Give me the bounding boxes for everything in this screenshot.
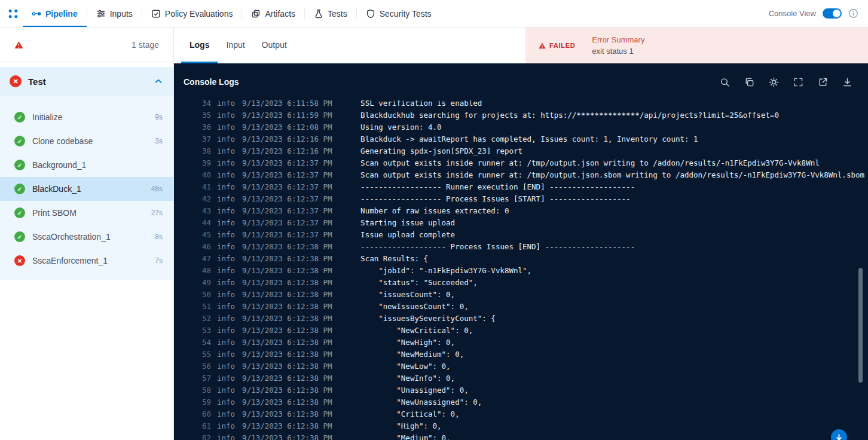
nav-tab-pipeline[interactable]: Pipeline bbox=[23, 0, 87, 27]
log-message: Using version: 4.0 bbox=[360, 121, 441, 133]
log-message: Scan output exists inside runner at: /tm… bbox=[360, 157, 820, 169]
nav-tab-inputs[interactable]: Inputs bbox=[87, 0, 142, 27]
step-row-background-1[interactable]: ✓Background_1 bbox=[0, 153, 173, 177]
log-message: ------------------ Runner execution [END… bbox=[360, 181, 635, 193]
log-line-number: 41 bbox=[174, 181, 211, 193]
log-timestamp: 9/13/2023 6:12:38 PM bbox=[242, 289, 332, 301]
log-level: info bbox=[217, 100, 235, 109]
log-line: 60info9/13/2023 6:12:38 PM "Critical": 0… bbox=[174, 408, 868, 420]
log-line: 42info9/13/2023 6:12:37 PM--------------… bbox=[174, 193, 868, 205]
console-view-toggle[interactable] bbox=[823, 8, 842, 19]
log-message: "status": "Succeeded", bbox=[360, 277, 478, 289]
nav-tab-policy-evaluations[interactable]: Policy Evaluations bbox=[142, 0, 242, 27]
console-toolbar bbox=[720, 77, 852, 87]
log-timestamp: 9/13/2023 6:12:37 PM bbox=[242, 169, 332, 181]
log-line: 54info9/13/2023 6:12:38 PM "NewHigh": 0, bbox=[174, 337, 868, 349]
step-row-sscaorchestration-1[interactable]: ✓SscaOrchestration_18s bbox=[0, 225, 173, 249]
log-timestamp: 9/13/2023 6:12:38 PM bbox=[242, 301, 332, 313]
log-line-number: 46 bbox=[174, 241, 211, 253]
scrollbar-thumb[interactable] bbox=[858, 268, 863, 383]
log-line-number: 53 bbox=[174, 325, 211, 337]
log-message: "issuesBySeverityCount": { bbox=[360, 313, 496, 325]
settings-icon[interactable] bbox=[769, 77, 779, 87]
nav-tab-label: Inputs bbox=[110, 9, 133, 19]
log-line-number: 50 bbox=[174, 289, 211, 301]
log-line: 45info9/13/2023 6:12:37 PMIssue upload c… bbox=[174, 229, 868, 241]
step-row-clone-codebase[interactable]: ✓Clone codebase3s bbox=[0, 129, 173, 153]
step-duration: 8s bbox=[155, 233, 163, 241]
log-message: "issuesCount": 0, bbox=[360, 289, 455, 301]
log-message: "jobId": "-n1FkEpdiw3Y7G-Vvk8Wnl", bbox=[360, 265, 531, 277]
log-line: 34info9/13/2023 6:11:58 PMSSL verificati… bbox=[174, 100, 868, 109]
copy-icon[interactable] bbox=[744, 77, 754, 87]
step-row-initialize[interactable]: ✓Initialize9s bbox=[0, 105, 173, 129]
tests-icon bbox=[314, 9, 323, 19]
log-level: info bbox=[217, 313, 235, 325]
log-timestamp: 9/13/2023 6:12:38 PM bbox=[242, 265, 332, 277]
failed-icon: ✕ bbox=[10, 75, 22, 87]
execution-sidebar: 1 stage ✕ Test ✓Initialize9s✓Clone codeb… bbox=[0, 28, 174, 440]
fullscreen-icon[interactable] bbox=[793, 77, 803, 87]
log-line-number: 58 bbox=[174, 384, 211, 396]
log-line-number: 37 bbox=[174, 133, 211, 145]
log-timestamp: 9/13/2023 6:12:37 PM bbox=[242, 181, 332, 193]
log-level: info bbox=[217, 277, 235, 289]
stage-count: 1 stage bbox=[132, 40, 159, 50]
tab-logs[interactable]: Logs bbox=[181, 28, 218, 63]
log-message: "NewUnassigned": 0, bbox=[360, 396, 482, 408]
log-message: "NewCritical": 0, bbox=[360, 325, 473, 337]
open-in-new-tab-icon[interactable] bbox=[818, 77, 828, 87]
policy-evaluations-icon bbox=[151, 9, 161, 19]
step-row-print-sbom[interactable]: ✓Print SBOM27s bbox=[0, 201, 173, 225]
log-timestamp: 9/13/2023 6:12:38 PM bbox=[242, 313, 332, 325]
log-level: info bbox=[217, 133, 235, 145]
app: PipelineInputsPolicy EvaluationsArtifact… bbox=[0, 0, 868, 440]
log-timestamp: 9/13/2023 6:12:38 PM bbox=[242, 420, 332, 432]
log-level: info bbox=[217, 241, 235, 253]
error-texts: Error Summary exit status 1 bbox=[592, 35, 644, 56]
log-timestamp: 9/13/2023 6:12:37 PM bbox=[242, 217, 332, 229]
download-icon[interactable] bbox=[842, 77, 852, 87]
step-row-sscaenforcement-1[interactable]: ✕SscaEnforcement_17s bbox=[0, 249, 173, 273]
harness-modules-icon[interactable] bbox=[7, 8, 20, 20]
log-line: 51info9/13/2023 6:12:38 PM "newIssuesCou… bbox=[174, 301, 868, 313]
log-level: info bbox=[217, 217, 235, 229]
step-row-blackduck-1[interactable]: ✓BlackDuck_148s bbox=[0, 177, 173, 201]
log-timestamp: 9/13/2023 6:12:38 PM bbox=[242, 408, 332, 420]
main-panel: LogsInputOutput FAILED Error Summary exi… bbox=[174, 28, 868, 440]
step-name: Clone codebase bbox=[32, 136, 93, 146]
nav-tab-label: Pipeline bbox=[45, 9, 78, 19]
step-name: BlackDuck_1 bbox=[32, 184, 81, 194]
log-line: 55info9/13/2023 6:12:38 PM "NewMedium": … bbox=[174, 349, 868, 360]
tab-input[interactable]: Input bbox=[218, 28, 253, 63]
log-timestamp: 9/13/2023 6:12:37 PM bbox=[242, 205, 332, 217]
log-message: "NewInfo": 0, bbox=[360, 372, 455, 384]
log-line-number: 45 bbox=[174, 229, 211, 241]
log-line: 41info9/13/2023 6:12:37 PM--------------… bbox=[174, 181, 868, 193]
log-message: Blackduckhub searching for projects at: … bbox=[360, 109, 779, 121]
stage-header-test[interactable]: ✕ Test bbox=[0, 67, 173, 96]
log-tabs: LogsInputOutput bbox=[174, 28, 525, 63]
nav-tab-security-tests[interactable]: Security Tests bbox=[357, 0, 441, 27]
log-message: Blackduck -> awaitReport has completed, … bbox=[360, 133, 698, 145]
log-message: Scan output exists inside runner at: /tm… bbox=[360, 169, 864, 181]
log-line: 37info9/13/2023 6:12:16 PMBlackduck -> a… bbox=[174, 133, 868, 145]
nav-tab-tests[interactable]: Tests bbox=[305, 0, 356, 27]
nav-tab-artifacts[interactable]: Artifacts bbox=[242, 0, 304, 27]
log-line-number: 47 bbox=[174, 253, 211, 265]
log-line: 47info9/13/2023 6:12:38 PMScan Results: … bbox=[174, 253, 868, 265]
log-timestamp: 9/13/2023 6:12:38 PM bbox=[242, 432, 332, 440]
console-logs-panel: Console Logs 34info9/13/2023 6:11:58 PMS… bbox=[174, 63, 868, 440]
log-message: ------------------ Process Issues [START… bbox=[360, 193, 631, 205]
search-icon[interactable] bbox=[720, 77, 730, 87]
warning-triangle-icon bbox=[14, 41, 23, 49]
log-lines: 34info9/13/2023 6:11:58 PMSSL verificati… bbox=[174, 100, 868, 440]
log-timestamp: 9/13/2023 6:12:38 PM bbox=[242, 277, 332, 289]
log-message: "NewHigh": 0, bbox=[360, 337, 455, 349]
chevron-up-icon[interactable] bbox=[154, 77, 163, 85]
nav-tabs: PipelineInputsPolicy EvaluationsArtifact… bbox=[23, 0, 441, 27]
info-icon[interactable] bbox=[848, 8, 858, 19]
log-viewport[interactable]: 34info9/13/2023 6:11:58 PMSSL verificati… bbox=[174, 100, 868, 440]
log-line-number: 43 bbox=[174, 205, 211, 217]
tab-output[interactable]: Output bbox=[253, 28, 295, 63]
